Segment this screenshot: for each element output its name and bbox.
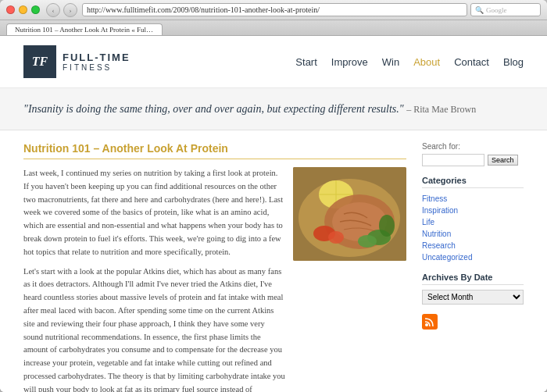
- logo-icon: TF: [23, 45, 56, 78]
- active-tab[interactable]: Nutrition 101 – Another Look At Protein …: [6, 23, 163, 35]
- category-fitness[interactable]: Fitness: [422, 193, 524, 205]
- nav-about[interactable]: About: [413, 56, 440, 68]
- minimize-button[interactable]: [19, 5, 27, 14]
- url-display: http://www.fulltimefit.com/2009/08/nutri…: [87, 5, 320, 14]
- rss-icon[interactable]: [422, 314, 438, 330]
- svg-point-11: [328, 231, 344, 244]
- tab-bar: Nutrition 101 – Another Look At Protein …: [0, 20, 547, 36]
- browser-search[interactable]: 🔍 Google: [470, 3, 541, 16]
- browser-content: TF FULL-TIME FITNESS Start Improve Win A…: [0, 36, 547, 392]
- article-image-svg: [293, 167, 406, 261]
- archives-select[interactable]: Select Month: [422, 290, 524, 305]
- forward-button[interactable]: ›: [63, 3, 77, 17]
- svg-point-12: [425, 323, 428, 326]
- article-title: Nutrition 101 – Another Look At Protein: [23, 142, 406, 159]
- search-label: Search for:: [422, 142, 524, 151]
- search-section: Search for: Search: [422, 142, 524, 166]
- back-button[interactable]: ‹: [46, 3, 60, 17]
- article-content-wrap: Last week, I continued my series on nutr…: [23, 167, 406, 392]
- article-image-content: [293, 167, 406, 261]
- search-input[interactable]: [422, 154, 484, 166]
- close-button[interactable]: [6, 5, 15, 14]
- category-list: Fitness Inspiration Life Nutrition Resea…: [422, 193, 524, 263]
- logo-text: FULL-TIME FITNESS: [63, 52, 130, 72]
- category-nutrition[interactable]: Nutrition: [422, 228, 524, 240]
- browser-window: ‹ › http://www.fulltimefit.com/2009/08/n…: [0, 0, 547, 392]
- nav-win[interactable]: Win: [382, 56, 399, 68]
- article-image: [293, 167, 406, 261]
- nav-start[interactable]: Start: [295, 56, 316, 68]
- category-life[interactable]: Life: [422, 216, 524, 228]
- article-area: Nutrition 101 – Another Look At Protein …: [23, 142, 406, 392]
- article-body: Last week, I continued my series on nutr…: [23, 167, 285, 392]
- navigation-buttons: ‹ ›: [46, 3, 77, 17]
- logo-line2: FITNESS: [63, 63, 130, 72]
- archives-section: Archives By Date Select Month: [422, 273, 524, 305]
- category-research[interactable]: Research: [422, 240, 524, 251]
- svg-point-9: [379, 215, 395, 237]
- categories-heading: Categories: [422, 176, 524, 188]
- window-controls: [6, 5, 40, 14]
- svg-point-8: [358, 235, 377, 248]
- nav-improve[interactable]: Improve: [331, 56, 368, 68]
- hero-quote: "Insanity is doing the same thing, over …: [0, 88, 547, 130]
- archives-heading: Archives By Date: [422, 273, 524, 285]
- address-bar[interactable]: http://www.fulltimefit.com/2009/08/nutri…: [82, 3, 467, 16]
- search-icon: 🔍: [475, 6, 484, 14]
- rss-symbol: [424, 316, 435, 327]
- sidebar: Search for: Search Categories Fitness In…: [422, 142, 524, 392]
- quote-text: "Insanity is doing the same thing, over …: [23, 101, 524, 117]
- site-header: TF FULL-TIME FITNESS Start Improve Win A…: [0, 36, 547, 88]
- nav-contact[interactable]: Contact: [454, 56, 489, 68]
- logo-line1: FULL-TIME: [63, 52, 130, 63]
- categories-section: Categories Fitness Inspiration Life Nutr…: [422, 176, 524, 263]
- search-placeholder: Google: [486, 6, 507, 14]
- search-input-box: Search: [422, 154, 524, 166]
- quote-author: – Rita Mae Brown: [406, 104, 476, 115]
- logo-area: TF FULL-TIME FITNESS: [23, 45, 130, 78]
- search-button[interactable]: Search: [488, 155, 518, 166]
- tab-title: Nutrition 101 – Another Look At Protein …: [15, 26, 163, 34]
- site-nav: Start Improve Win About Contact Blog: [295, 56, 524, 68]
- nav-blog[interactable]: Blog: [503, 56, 524, 68]
- article-paragraph-2: Let's start with a look at the popular A…: [23, 265, 285, 392]
- category-uncategorized[interactable]: Uncategorized: [422, 251, 524, 263]
- title-bar: ‹ › http://www.fulltimefit.com/2009/08/n…: [0, 0, 547, 20]
- article-paragraph-1: Last week, I continued my series on nutr…: [23, 167, 285, 259]
- rss-section: [422, 314, 524, 330]
- main-layout: Nutrition 101 – Another Look At Protein …: [0, 130, 547, 392]
- maximize-button[interactable]: [31, 5, 40, 14]
- site-wrapper: TF FULL-TIME FITNESS Start Improve Win A…: [0, 36, 547, 392]
- logo-letters: TF: [32, 55, 48, 69]
- category-inspiration[interactable]: Inspiration: [422, 205, 524, 216]
